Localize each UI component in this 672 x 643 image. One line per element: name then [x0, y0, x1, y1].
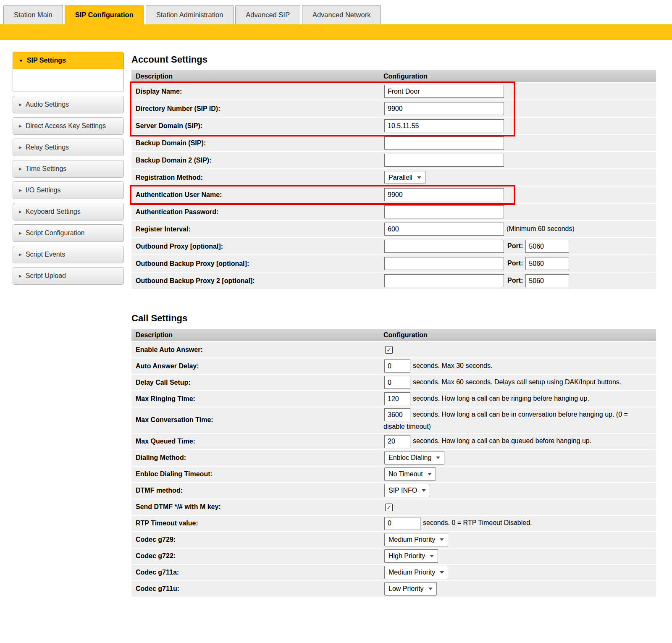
- field-value-cell: [383, 119, 656, 132]
- outbound-backup-proxy-2-optional-input[interactable]: [384, 274, 504, 287]
- selected-value: High Priority: [388, 551, 425, 562]
- settings-row-max-queued-time: Max Queued Time:seconds. How long a call…: [131, 434, 656, 450]
- account-settings-rows: Display Name:Directory Number (SIP ID):S…: [131, 83, 656, 290]
- codec-g711u-select[interactable]: Low Priority: [384, 582, 437, 596]
- auto-answer-delay-input[interactable]: [384, 360, 410, 373]
- max-ringing-time-input[interactable]: [384, 392, 410, 405]
- call-settings-title: Call Settings: [131, 313, 656, 324]
- field-value-cell: seconds. How long a call can be queued b…: [383, 435, 656, 448]
- account-settings-table: Description Configuration Display Name:D…: [131, 70, 656, 290]
- field-label: Register Interval:: [131, 226, 383, 233]
- tab-sip-configuration[interactable]: SIP Configuration: [65, 5, 144, 24]
- registration-method-select[interactable]: Parallell: [384, 171, 425, 184]
- settings-row-directory-number-sip-id: Directory Number (SIP ID):: [131, 100, 656, 118]
- max-conversation-time-input[interactable]: [384, 408, 410, 421]
- sidebar-item-label: Keyboard Settings: [26, 208, 81, 215]
- field-label: Codec g711u:: [131, 585, 383, 593]
- tab-station-administration[interactable]: Station Administration: [146, 5, 234, 24]
- field-value-cell: [383, 85, 656, 98]
- column-header-configuration: Configuration: [383, 331, 656, 339]
- codec-g711a-select[interactable]: Medium Priority: [384, 566, 448, 579]
- selected-value: Medium Priority: [388, 567, 435, 578]
- field-label: Max Conversation Time:: [131, 416, 383, 424]
- chevron-right-icon: ▶: [19, 188, 22, 192]
- sidebar-item-script-configuration[interactable]: ▶Script Configuration: [13, 224, 124, 242]
- field-value-cell: Low Priority: [383, 582, 656, 596]
- backup-domain-sip-input[interactable]: [384, 136, 504, 150]
- tab-advanced-sip[interactable]: Advanced SIP: [235, 5, 300, 24]
- field-value-cell: [383, 188, 656, 201]
- outbound-backup-proxy-optional-input[interactable]: [384, 257, 504, 270]
- register-interval-input[interactable]: [384, 223, 504, 236]
- chevron-down-icon: ▼: [19, 58, 23, 63]
- display-name-input[interactable]: [384, 85, 504, 98]
- chevron-down-icon: [430, 555, 434, 557]
- field-suffix: seconds. How long a call can be ringing …: [413, 395, 589, 402]
- sidebar-item-sip-settings[interactable]: ▼SIP Settings: [13, 52, 124, 69]
- port-label: Port:: [507, 260, 523, 267]
- directory-number-sip-id-input[interactable]: [384, 102, 504, 115]
- call-settings-table: Description Configuration Enable Auto An…: [131, 329, 656, 598]
- codec-g729-select[interactable]: Medium Priority: [384, 533, 448, 546]
- settings-row-backup-domain-sip: Backup Domain (SIP):: [131, 135, 656, 152]
- chevron-right-icon: ▶: [19, 274, 22, 278]
- sidebar-item-relay-settings[interactable]: ▶Relay Settings: [13, 139, 124, 156]
- selected-value: Low Priority: [388, 583, 424, 594]
- settings-row-display-name: Display Name:: [131, 83, 656, 100]
- sidebar-item-i-o-settings[interactable]: ▶I/O Settings: [13, 181, 124, 199]
- chevron-down-icon: [422, 489, 426, 492]
- field-value-cell: SIP INFO: [383, 484, 656, 497]
- field-label: Server Domain (SIP):: [131, 122, 383, 130]
- max-queued-time-input[interactable]: [384, 435, 410, 448]
- field-suffix: seconds. How long a call can be queued b…: [413, 437, 591, 444]
- field-value-cell: Port:: [383, 274, 656, 287]
- field-label: Codec g722:: [131, 552, 383, 560]
- sidebar: ▼SIP Settings▶Audio Settings▶Direct Acce…: [13, 52, 124, 598]
- selected-value: Enbloc Dialing: [388, 452, 431, 463]
- field-value-cell: Enbloc Dialing: [383, 451, 656, 465]
- field-label: Max Ringing Time:: [131, 395, 383, 403]
- port-label: Port:: [507, 242, 523, 249]
- field-value-cell: ✓: [383, 344, 656, 355]
- outbound-proxy-optional-input[interactable]: [384, 240, 504, 253]
- main-panel: Account Settings Description Configurati…: [131, 52, 656, 598]
- field-value-cell: [383, 136, 656, 150]
- outbound-backup-proxy-optional-port-input[interactable]: [525, 257, 569, 270]
- outbound-backup-proxy-2-optional-port-input[interactable]: [525, 274, 569, 287]
- sidebar-item-script-events[interactable]: ▶Script Events: [13, 246, 124, 263]
- enbloc-dialing-timeout-select[interactable]: No Timeout: [384, 467, 436, 481]
- sidebar-item-direct-access-key-settings[interactable]: ▶Direct Access Key Settings: [13, 117, 124, 135]
- dtmf-method-select[interactable]: SIP INFO: [384, 484, 430, 497]
- delay-call-setup-input[interactable]: [384, 376, 410, 389]
- rtp-timeout-value-input[interactable]: [384, 517, 420, 530]
- page-content: ▼SIP Settings▶Audio Settings▶Direct Acce…: [0, 40, 672, 617]
- chevron-down-icon: [428, 588, 433, 590]
- column-header-description: Description: [131, 331, 383, 339]
- authentication-user-name-input[interactable]: [384, 188, 504, 201]
- backup-domain-2-sip-input[interactable]: [384, 154, 504, 167]
- server-domain-sip-input[interactable]: [384, 119, 504, 132]
- chevron-right-icon: ▶: [19, 167, 22, 171]
- tab-advanced-network[interactable]: Advanced Network: [302, 5, 381, 24]
- field-label: Authentication Password:: [131, 208, 383, 216]
- enable-auto-answer-checkbox[interactable]: ✓: [385, 346, 393, 354]
- codec-g722-select[interactable]: High Priority: [384, 549, 438, 563]
- sidebar-item-label: Audio Settings: [26, 101, 69, 108]
- dialing-method-select[interactable]: Enbloc Dialing: [384, 451, 444, 465]
- send-dtmf-with-m-key-checkbox[interactable]: ✓: [385, 504, 393, 511]
- authentication-password-input[interactable]: [384, 205, 504, 218]
- chevron-right-icon: ▶: [19, 102, 22, 107]
- settings-row-codec-g711u: Codec g711u:Low Priority: [131, 581, 656, 598]
- field-value-cell: Medium Priority: [383, 533, 656, 546]
- sidebar-item-audio-settings[interactable]: ▶Audio Settings: [13, 96, 124, 113]
- chevron-right-icon: ▶: [19, 231, 22, 235]
- field-value-cell: High Priority: [383, 549, 656, 563]
- sidebar-item-script-upload[interactable]: ▶Script Upload: [13, 267, 124, 285]
- sidebar-item-keyboard-settings[interactable]: ▶Keyboard Settings: [13, 203, 124, 220]
- outbound-proxy-optional-port-input[interactable]: [525, 240, 569, 253]
- sidebar-item-time-settings[interactable]: ▶Time Settings: [13, 160, 124, 178]
- tab-station-main[interactable]: Station Main: [3, 5, 63, 24]
- field-suffix: seconds. Max 60 seconds. Delays call set…: [413, 378, 621, 386]
- field-value-cell: [383, 102, 656, 115]
- settings-row-codec-g722: Codec g722:High Priority: [131, 549, 656, 565]
